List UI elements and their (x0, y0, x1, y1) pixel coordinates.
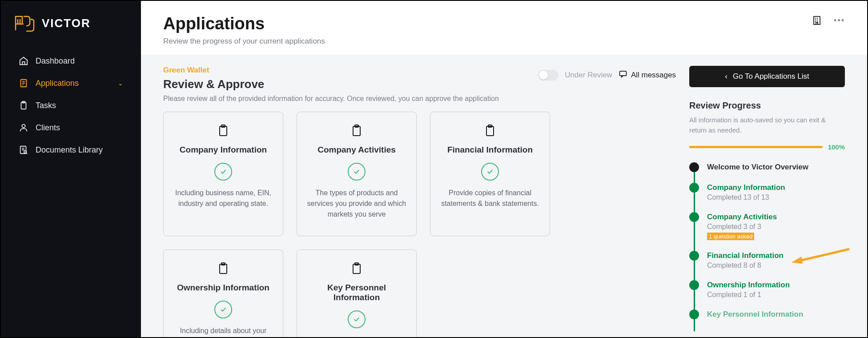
clipboard-icon (485, 125, 495, 137)
svg-point-3 (22, 125, 25, 128)
card-description: Including business name, EIN, industry a… (173, 188, 274, 209)
more-menu-icon[interactable]: ••• (834, 16, 845, 25)
sidebar-item-clients[interactable]: Clients (10, 117, 132, 139)
step-title: Company Information (707, 183, 845, 193)
card-key-personnel[interactable]: Key Personnel Information (297, 249, 417, 337)
svg-rect-14 (220, 264, 227, 274)
card-title: Key Personnel Information (306, 283, 407, 302)
page-header: Applications Review the progress of your… (141, 1, 867, 55)
step-title: Welcome to Victor Overview (707, 162, 845, 172)
step-subtitle: Completed 3 of 3 (707, 223, 845, 231)
all-messages-link[interactable]: All messages (619, 69, 676, 80)
step-title: Ownership Information (707, 280, 845, 290)
card-description: Including details about your owners, man… (173, 326, 274, 337)
page-subtitle: Review the progress of your current appl… (163, 37, 325, 46)
step-subtitle: Completed 1 of 1 (707, 291, 845, 299)
clipboard-icon (218, 262, 229, 275)
go-to-applications-list-button[interactable]: ‹ Go To Applications List (689, 66, 845, 87)
logo-text: VICTOR (42, 16, 91, 30)
step-dot-icon (689, 310, 699, 319)
step-dot-icon (689, 251, 699, 261)
home-icon (19, 56, 28, 66)
toggle-label: Under Review (565, 71, 612, 80)
svg-rect-8 (220, 126, 227, 136)
step-title: Financial Information (707, 251, 845, 261)
review-cards: Company Information Including business n… (163, 112, 676, 337)
building-icon[interactable] (811, 14, 823, 27)
step-welcome[interactable]: Welcome to Victor Overview (689, 162, 845, 172)
nav-label: Clients (36, 123, 60, 133)
progress-percent: 100% (828, 143, 845, 151)
check-icon (214, 163, 232, 181)
progress-description: All information is auto-saved so you can… (689, 115, 845, 135)
svg-rect-6 (814, 16, 820, 24)
card-title: Company Activities (317, 145, 396, 155)
step-subtitle: Completed 8 of 8 (707, 262, 845, 270)
svg-rect-7 (619, 71, 626, 76)
step-subtitle: Completed 13 of 13 (707, 193, 845, 201)
card-title: Company Information (180, 145, 267, 155)
main: Applications Review the progress of your… (141, 1, 867, 337)
check-icon (481, 163, 499, 181)
breadcrumb[interactable]: Green Wallet (163, 66, 499, 75)
chat-icon (619, 69, 627, 80)
step-company-activities[interactable]: Company Activities Completed 3 of 3 1 qu… (689, 212, 845, 240)
sidebar-item-documents-library[interactable]: Documents Library (10, 139, 132, 161)
svg-rect-12 (486, 126, 494, 136)
clipboard-icon (351, 262, 362, 275)
card-company-activities[interactable]: Company Activities The types of products… (297, 112, 417, 236)
page-title: Applications (163, 14, 325, 33)
nav-label: Applications (36, 79, 79, 88)
chevron-down-icon: ⌄ (118, 80, 123, 87)
step-dot-icon (689, 280, 699, 290)
sidebar-item-dashboard[interactable]: Dashboard (10, 50, 132, 72)
clipboard-icon (19, 101, 28, 110)
svg-point-5 (24, 151, 26, 153)
step-dot-icon (689, 183, 699, 193)
step-dot-icon (689, 212, 699, 222)
svg-rect-16 (353, 264, 360, 274)
sidebar-item-applications[interactable]: Applications ⌄ (10, 72, 132, 94)
nav-label: Documents Library (36, 145, 103, 155)
nav-label: Dashboard (36, 56, 75, 66)
step-ownership-information[interactable]: Ownership Information Completed 1 of 1 (689, 280, 845, 299)
card-description: The types of products and services you p… (306, 188, 407, 220)
library-icon (19, 145, 28, 155)
step-financial-information[interactable]: Financial Information Completed 8 of 8 (689, 251, 845, 270)
sidebar: VICTOR Dashboard Applications ⌄ Tasks Cl… (1, 1, 141, 337)
svg-rect-10 (353, 126, 360, 136)
check-icon (348, 310, 366, 328)
question-badge: 1 question asked (707, 233, 754, 240)
progress-row: 100% (689, 143, 845, 151)
step-dot-icon (689, 162, 699, 172)
card-financial-information[interactable]: Financial Information Provide copies of … (430, 112, 550, 236)
chevron-left-icon: ‹ (725, 72, 727, 81)
document-icon (19, 78, 28, 88)
review-progress-panel: ‹ Go To Applications List Review Progres… (689, 66, 845, 326)
person-icon (19, 123, 28, 133)
progress-bar (689, 146, 823, 148)
step-key-personnel[interactable]: Key Personnel Information (689, 310, 845, 319)
sidebar-item-tasks[interactable]: Tasks (10, 94, 132, 117)
section-description: Please review all of the provided inform… (163, 95, 499, 103)
nav-label: Tasks (36, 101, 56, 110)
step-title: Key Personnel Information (707, 310, 845, 319)
card-company-information[interactable]: Company Information Including business n… (163, 112, 283, 236)
logo-icon (14, 14, 36, 32)
card-title: Financial Information (447, 145, 533, 155)
clipboard-icon (351, 125, 362, 137)
check-icon (348, 163, 366, 181)
step-company-information[interactable]: Company Information Completed 13 of 13 (689, 183, 845, 201)
card-ownership-information[interactable]: Ownership Information Including details … (163, 249, 283, 337)
card-description: Provide copies of financial statements &… (439, 188, 541, 209)
step-title: Company Activities (707, 212, 845, 222)
clipboard-icon (218, 125, 229, 137)
check-icon (214, 301, 232, 318)
progress-title: Review Progress (689, 101, 845, 111)
logo[interactable]: VICTOR (10, 14, 132, 32)
content-area: Green Wallet Review & Approve Please rev… (141, 55, 867, 337)
under-review-toggle[interactable] (538, 70, 559, 80)
progress-steps: Welcome to Victor Overview Company Infor… (689, 162, 845, 320)
card-title: Ownership Information (177, 283, 269, 293)
section-title: Review & Approve (163, 77, 499, 91)
